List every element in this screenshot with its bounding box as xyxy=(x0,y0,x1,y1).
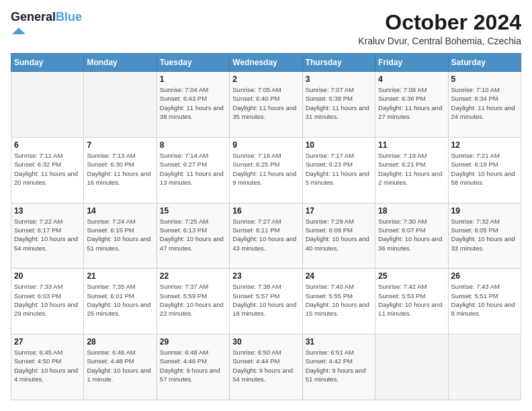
location: Kraluv Dvur, Central Bohemia, Czechia xyxy=(358,36,521,46)
logo-text: GeneralBlue xyxy=(11,11,82,24)
table-row: 28Sunrise: 6:46 AM Sunset: 4:48 PM Dayli… xyxy=(84,334,157,400)
table-row: 9Sunrise: 7:16 AM Sunset: 6:25 PM Daylig… xyxy=(230,137,302,203)
table-row: 14Sunrise: 7:24 AM Sunset: 6:15 PM Dayli… xyxy=(84,203,157,269)
day-info: Sunrise: 7:42 AM Sunset: 5:53 PM Dayligh… xyxy=(378,282,445,318)
day-info: Sunrise: 6:51 AM Sunset: 4:42 PM Dayligh… xyxy=(306,348,372,383)
table-row: 16Sunrise: 7:27 AM Sunset: 6:11 PM Dayli… xyxy=(230,203,302,269)
table-row xyxy=(375,334,448,400)
table-row: 4Sunrise: 7:08 AM Sunset: 6:36 PM Daylig… xyxy=(375,72,448,138)
day-info: Sunrise: 7:37 AM Sunset: 5:59 PM Dayligh… xyxy=(160,282,226,318)
calendar-week-row: 1Sunrise: 7:04 AM Sunset: 6:43 PM Daylig… xyxy=(11,72,521,138)
col-tuesday: Tuesday xyxy=(157,54,229,72)
day-info: Sunrise: 7:16 AM Sunset: 6:25 PM Dayligh… xyxy=(232,151,299,187)
table-row: 13Sunrise: 7:22 AM Sunset: 6:17 PM Dayli… xyxy=(11,203,84,269)
day-number: 12 xyxy=(451,140,518,150)
table-row: 18Sunrise: 7:30 AM Sunset: 6:07 PM Dayli… xyxy=(375,203,448,269)
day-info: Sunrise: 7:17 AM Sunset: 6:23 PM Dayligh… xyxy=(306,151,372,187)
day-number: 5 xyxy=(451,75,518,84)
day-number: 23 xyxy=(232,271,299,281)
table-row: 29Sunrise: 6:48 AM Sunset: 4:46 PM Dayli… xyxy=(157,334,229,400)
table-row: 7Sunrise: 7:13 AM Sunset: 6:30 PM Daylig… xyxy=(84,137,157,203)
day-number: 20 xyxy=(14,271,81,281)
calendar-header-row: Sunday Monday Tuesday Wednesday Thursday… xyxy=(11,54,521,72)
calendar-week-row: 27Sunrise: 6:45 AM Sunset: 4:50 PM Dayli… xyxy=(11,334,521,400)
table-row: 26Sunrise: 7:43 AM Sunset: 5:51 PM Dayli… xyxy=(448,269,521,334)
day-number: 19 xyxy=(451,206,518,216)
col-sunday: Sunday xyxy=(11,54,84,72)
svg-marker-0 xyxy=(12,28,26,34)
table-row: 20Sunrise: 7:33 AM Sunset: 6:03 PM Dayli… xyxy=(11,269,84,334)
day-info: Sunrise: 7:13 AM Sunset: 6:30 PM Dayligh… xyxy=(87,151,153,187)
table-row: 8Sunrise: 7:14 AM Sunset: 6:27 PM Daylig… xyxy=(157,137,229,203)
table-row xyxy=(84,72,157,138)
day-number: 11 xyxy=(378,140,445,150)
day-number: 26 xyxy=(451,271,518,281)
day-info: Sunrise: 7:33 AM Sunset: 6:03 PM Dayligh… xyxy=(14,282,81,318)
day-number: 3 xyxy=(306,75,372,84)
col-saturday: Saturday xyxy=(448,54,521,72)
table-row: 2Sunrise: 7:05 AM Sunset: 6:40 PM Daylig… xyxy=(230,72,302,138)
logo-icon xyxy=(12,24,26,38)
day-number: 2 xyxy=(232,75,299,84)
day-info: Sunrise: 7:32 AM Sunset: 6:05 PM Dayligh… xyxy=(451,217,518,253)
day-info: Sunrise: 7:35 AM Sunset: 6:01 PM Dayligh… xyxy=(87,282,153,318)
calendar-week-row: 20Sunrise: 7:33 AM Sunset: 6:03 PM Dayli… xyxy=(11,269,521,334)
table-row: 19Sunrise: 7:32 AM Sunset: 6:05 PM Dayli… xyxy=(448,203,521,269)
day-info: Sunrise: 7:19 AM Sunset: 6:21 PM Dayligh… xyxy=(378,151,445,187)
col-friday: Friday xyxy=(375,54,448,72)
table-row xyxy=(11,72,84,138)
day-info: Sunrise: 6:45 AM Sunset: 4:50 PM Dayligh… xyxy=(14,348,81,383)
day-number: 25 xyxy=(378,271,445,281)
day-number: 28 xyxy=(87,337,153,347)
day-number: 1 xyxy=(160,75,226,84)
day-info: Sunrise: 7:25 AM Sunset: 6:13 PM Dayligh… xyxy=(160,217,226,253)
day-info: Sunrise: 7:38 AM Sunset: 5:57 PM Dayligh… xyxy=(232,282,299,318)
table-row: 12Sunrise: 7:21 AM Sunset: 6:19 PM Dayli… xyxy=(448,137,521,203)
table-row: 5Sunrise: 7:10 AM Sunset: 6:34 PM Daylig… xyxy=(448,72,521,138)
day-number: 6 xyxy=(14,140,81,150)
calendar-week-row: 6Sunrise: 7:11 AM Sunset: 6:32 PM Daylig… xyxy=(11,137,521,203)
day-info: Sunrise: 7:30 AM Sunset: 6:07 PM Dayligh… xyxy=(378,217,445,253)
day-info: Sunrise: 7:11 AM Sunset: 6:32 PM Dayligh… xyxy=(14,151,81,187)
table-row: 11Sunrise: 7:19 AM Sunset: 6:21 PM Dayli… xyxy=(375,137,448,203)
day-number: 18 xyxy=(378,206,445,216)
day-number: 31 xyxy=(306,337,372,347)
header: GeneralBlue October 2024 Kraluv Dvur, Ce… xyxy=(11,11,521,46)
day-info: Sunrise: 7:29 AM Sunset: 6:09 PM Dayligh… xyxy=(306,217,372,253)
day-info: Sunrise: 7:05 AM Sunset: 6:40 PM Dayligh… xyxy=(232,85,299,121)
day-info: Sunrise: 7:21 AM Sunset: 6:19 PM Dayligh… xyxy=(451,151,518,187)
day-number: 7 xyxy=(87,140,153,150)
page: GeneralBlue October 2024 Kraluv Dvur, Ce… xyxy=(0,0,532,411)
month-title: October 2024 xyxy=(358,11,521,34)
calendar-week-row: 13Sunrise: 7:22 AM Sunset: 6:17 PM Dayli… xyxy=(11,203,521,269)
calendar: Sunday Monday Tuesday Wednesday Thursday… xyxy=(11,53,521,400)
day-info: Sunrise: 7:04 AM Sunset: 6:43 PM Dayligh… xyxy=(160,85,226,121)
day-number: 10 xyxy=(306,140,372,150)
table-row: 27Sunrise: 6:45 AM Sunset: 4:50 PM Dayli… xyxy=(11,334,84,400)
day-number: 22 xyxy=(160,271,226,281)
day-number: 16 xyxy=(232,206,299,216)
day-number: 29 xyxy=(160,337,226,347)
day-info: Sunrise: 7:10 AM Sunset: 6:34 PM Dayligh… xyxy=(451,85,518,121)
day-number: 17 xyxy=(306,206,372,216)
table-row: 3Sunrise: 7:07 AM Sunset: 6:38 PM Daylig… xyxy=(302,72,375,138)
logo: GeneralBlue xyxy=(11,11,82,40)
table-row: 24Sunrise: 7:40 AM Sunset: 5:55 PM Dayli… xyxy=(302,269,375,334)
table-row: 1Sunrise: 7:04 AM Sunset: 6:43 PM Daylig… xyxy=(157,72,229,138)
col-monday: Monday xyxy=(84,54,157,72)
day-info: Sunrise: 7:08 AM Sunset: 6:36 PM Dayligh… xyxy=(378,85,445,121)
day-number: 13 xyxy=(14,206,81,216)
day-info: Sunrise: 7:43 AM Sunset: 5:51 PM Dayligh… xyxy=(451,282,518,318)
day-number: 9 xyxy=(232,140,299,150)
day-info: Sunrise: 6:50 AM Sunset: 4:44 PM Dayligh… xyxy=(232,348,299,383)
table-row: 10Sunrise: 7:17 AM Sunset: 6:23 PM Dayli… xyxy=(302,137,375,203)
day-info: Sunrise: 7:07 AM Sunset: 6:38 PM Dayligh… xyxy=(306,85,372,121)
table-row: 31Sunrise: 6:51 AM Sunset: 4:42 PM Dayli… xyxy=(302,334,375,400)
day-info: Sunrise: 6:48 AM Sunset: 4:46 PM Dayligh… xyxy=(160,348,226,383)
day-info: Sunrise: 7:22 AM Sunset: 6:17 PM Dayligh… xyxy=(14,217,81,253)
table-row: 21Sunrise: 7:35 AM Sunset: 6:01 PM Dayli… xyxy=(84,269,157,334)
table-row: 6Sunrise: 7:11 AM Sunset: 6:32 PM Daylig… xyxy=(11,137,84,203)
table-row: 25Sunrise: 7:42 AM Sunset: 5:53 PM Dayli… xyxy=(375,269,448,334)
table-row xyxy=(448,334,521,400)
day-info: Sunrise: 7:14 AM Sunset: 6:27 PM Dayligh… xyxy=(160,151,226,187)
